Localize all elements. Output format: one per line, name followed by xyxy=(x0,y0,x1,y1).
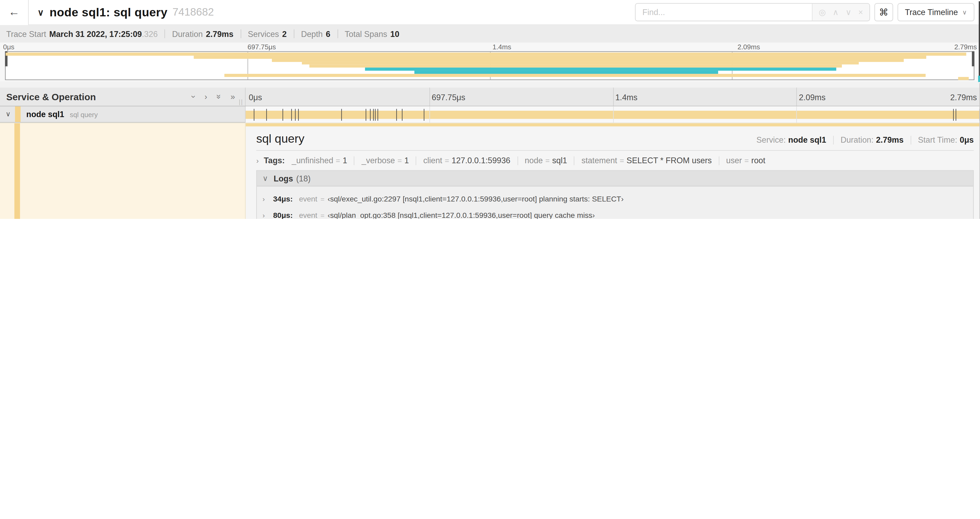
find-group: ◎ ∧ ∨ × xyxy=(635,3,870,21)
minimap-canvas[interactable] xyxy=(5,51,974,80)
span-service-name: node sql1 xyxy=(26,109,64,119)
tags-label: Tags: xyxy=(264,156,285,165)
log-marker-tick xyxy=(282,109,283,121)
detail-header: sql query Service: node sql1 Duration: 2… xyxy=(245,126,980,150)
equals-sign: = xyxy=(620,156,624,165)
log-row[interactable]: ›80μs:event=‹sql/plan_opt.go:358 [nsql1,… xyxy=(257,207,973,219)
collapse-all-icon[interactable]: » xyxy=(215,94,223,99)
clear-search-icon[interactable]: × xyxy=(858,8,863,16)
ruler-tick-label: 2.09ms xyxy=(799,93,826,102)
span-operation-name: sql query xyxy=(70,110,98,118)
depth-value: 6 xyxy=(326,29,330,38)
chevron-down-icon[interactable]: ∨ xyxy=(262,174,268,183)
chevron-down-icon[interactable]: ∨ xyxy=(37,7,44,17)
span-accent-strip xyxy=(245,123,980,126)
tag-value: sql1 xyxy=(552,156,567,165)
view-select-button[interactable]: Trace Timeline ∨ xyxy=(897,3,974,21)
log-field-name: event xyxy=(299,211,317,219)
top-bar-controls: ◎ ∧ ∨ × ⌘ Trace Timeline ∨ xyxy=(635,3,980,21)
start-time-value: 0μs xyxy=(960,135,974,145)
scrollbar-thumb[interactable] xyxy=(979,1,980,82)
scrollbar-teal-notch xyxy=(978,76,980,82)
log-marker-tick xyxy=(371,109,371,121)
divider xyxy=(719,156,719,165)
log-marker-tick xyxy=(366,109,366,121)
back-button[interactable]: ← xyxy=(0,0,29,25)
timeline-ruler: 0μs697.75μs1.4ms2.09ms2.79ms xyxy=(245,88,980,106)
chevron-right-icon[interactable]: › xyxy=(256,156,259,165)
minimap-span-bar xyxy=(310,65,842,68)
trace-summary-bar: Trace Start March 31 2022, 17:25:09 .326… xyxy=(0,25,980,43)
minimap-span-bar xyxy=(224,74,926,77)
keyboard-shortcuts-button[interactable]: ⌘ xyxy=(874,3,893,21)
service-operation-title: Service & Operation xyxy=(6,91,96,102)
tags-row[interactable]: › Tags: _unfinished=1_verbose=1client=12… xyxy=(245,151,980,170)
tag-key: node xyxy=(525,156,543,165)
chevron-right-icon[interactable]: › xyxy=(262,211,270,219)
span-detail-area: sql query Service: node sql1 Duration: 2… xyxy=(0,123,980,219)
chevron-right-icon[interactable]: › xyxy=(262,195,270,203)
minimap-span-bar xyxy=(6,53,966,56)
expand-all-icon[interactable]: » xyxy=(231,93,235,101)
chevron-down-icon[interactable]: ∨ xyxy=(6,110,11,118)
page-title: node sql1: sql query xyxy=(49,5,167,19)
equals-sign: = xyxy=(445,156,449,165)
ruler-tick-label: 2.09ms xyxy=(737,43,760,51)
log-message: ‹sql/exec_util.go:2297 [nsql1,client=127… xyxy=(328,195,624,203)
next-result-icon[interactable]: ∨ xyxy=(845,8,851,16)
tags-list: _unfinished=1_verbose=1client=127.0.0.1:… xyxy=(292,156,765,165)
span-row-track[interactable] xyxy=(245,106,980,123)
collapse-one-icon[interactable]: › xyxy=(190,95,198,98)
span-row-label[interactable]: ∨ node sql1 sql query xyxy=(0,106,245,123)
logs-header[interactable]: ∨ Logs (18) xyxy=(257,171,973,187)
tag-value: root xyxy=(751,156,765,165)
minimap-span-bar xyxy=(414,71,718,74)
minimap-right-handle[interactable] xyxy=(972,51,974,67)
ruler-tick-label: 1.4ms xyxy=(492,43,511,51)
column-resize-handle[interactable]: || xyxy=(239,98,243,105)
tag-value: 1 xyxy=(404,156,409,165)
service-label: Service: xyxy=(756,135,786,145)
ruler-tick-label: 0μs xyxy=(249,93,262,102)
detail-left-column xyxy=(0,123,245,219)
expand-one-icon[interactable]: › xyxy=(204,93,207,101)
tag-key: user xyxy=(726,156,742,165)
log-row[interactable]: ›34μs:event=‹sql/exec_util.go:2297 [nsql… xyxy=(257,191,973,207)
find-icon-group: ◎ ∧ ∨ × xyxy=(812,4,869,21)
log-marker-tick xyxy=(298,109,299,121)
ruler-tick-label: 697.75μs xyxy=(247,43,276,51)
log-marker-tick xyxy=(377,109,378,121)
tag-key: statement xyxy=(581,156,617,165)
divider xyxy=(165,30,165,38)
log-marker-tick xyxy=(375,109,376,121)
ruler-tick-label: 2.79ms xyxy=(955,43,977,51)
divider xyxy=(517,156,518,165)
minimap-span-bar xyxy=(958,77,969,80)
logs-count: (18) xyxy=(296,174,310,183)
chevron-down-icon: ∨ xyxy=(963,9,967,16)
duration-label: Duration xyxy=(172,29,203,38)
grid-line xyxy=(429,106,430,123)
log-marker-tick xyxy=(266,109,267,121)
grid-line xyxy=(613,88,613,106)
equals-sign: = xyxy=(545,156,550,165)
divider xyxy=(833,136,834,144)
divider xyxy=(574,156,574,165)
log-marker-tick xyxy=(291,109,292,121)
log-marker-tick xyxy=(423,109,424,121)
grid-line xyxy=(796,106,797,123)
tag-key: _verbose xyxy=(361,156,395,165)
tag-value: SELECT * FROM users xyxy=(627,156,711,165)
detail-operation-title: sql query xyxy=(256,132,304,146)
log-marker-tick xyxy=(402,109,403,121)
ruler-tick-label: 0μs xyxy=(3,43,14,51)
prev-result-icon[interactable]: ∧ xyxy=(833,8,839,16)
ruler-tick-label: 2.79ms xyxy=(950,93,977,102)
log-marker-tick xyxy=(953,109,954,121)
log-timestamp: 80μs: xyxy=(273,211,293,219)
service-operation-header: Service & Operation › › » » xyxy=(0,88,245,106)
locate-icon[interactable]: ◎ xyxy=(819,8,826,16)
tag-value: 1 xyxy=(343,156,347,165)
find-input[interactable] xyxy=(636,4,812,21)
span-row[interactable]: ∨ node sql1 sql query xyxy=(0,106,980,123)
